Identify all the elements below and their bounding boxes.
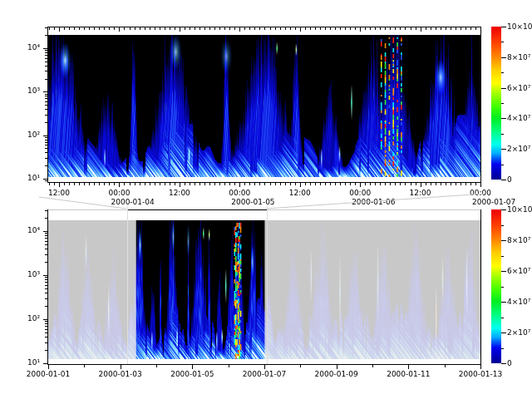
x-major-tick bbox=[180, 183, 180, 187]
x-minor-tick-top bbox=[350, 27, 351, 30]
x-minor-tick bbox=[234, 183, 235, 185]
x-minor-tick bbox=[74, 183, 75, 185]
x-minor-tick-top bbox=[310, 27, 311, 30]
x-minor-tick-top bbox=[104, 27, 105, 30]
colorbar-tick-label: 10×10⁷ bbox=[507, 205, 532, 214]
y-major-tick bbox=[43, 48, 47, 49]
x-minor-tick-top bbox=[446, 27, 446, 30]
detail-spectrogram-canvas[interactable] bbox=[48, 35, 480, 177]
y-tick-label: 10⁴ bbox=[12, 43, 40, 52]
y-minor-tick bbox=[45, 285, 47, 286]
x-minor-tick bbox=[54, 183, 55, 185]
x-major-tick bbox=[421, 183, 421, 187]
x-minor-tick bbox=[124, 183, 125, 185]
x-minor-tick bbox=[340, 183, 341, 185]
x-major-tick bbox=[480, 365, 481, 369]
x-minor-tick bbox=[49, 183, 50, 185]
colorbar-context bbox=[491, 209, 501, 363]
x-major-tick bbox=[192, 365, 193, 369]
colorbar-minor-tick bbox=[501, 256, 504, 257]
x-minor-tick bbox=[431, 183, 431, 185]
x-minor-tick-top bbox=[79, 27, 80, 30]
x-major-tick-top bbox=[239, 27, 240, 32]
x-major-tick-top bbox=[119, 27, 120, 32]
x-minor-tick bbox=[426, 183, 426, 185]
x-minor-tick-top bbox=[411, 27, 411, 30]
x-minor-tick bbox=[214, 183, 215, 185]
x-minor-tick bbox=[280, 183, 281, 185]
colorbar-minor-tick bbox=[501, 165, 504, 165]
y-tick-label: 10³ bbox=[12, 86, 40, 96]
x-minor-tick bbox=[275, 183, 276, 185]
y-minor-tick bbox=[45, 298, 47, 299]
x-minor-tick-top bbox=[416, 27, 416, 30]
x-minor-tick-top bbox=[109, 27, 110, 30]
x-major-tick-top bbox=[300, 27, 301, 32]
x-minor-tick bbox=[229, 183, 230, 185]
x-minor-tick bbox=[372, 365, 373, 367]
colorbar-tick-label: 8×10⁷ bbox=[507, 236, 530, 245]
x-minor-tick-top bbox=[275, 27, 276, 30]
y-minor-tick bbox=[45, 337, 47, 337]
x-tick-label: 2000-01-05 bbox=[170, 370, 214, 379]
x-minor-tick bbox=[470, 183, 471, 185]
x-minor-tick-top bbox=[175, 27, 175, 30]
x-minor-tick-top bbox=[204, 27, 205, 30]
x-minor-tick bbox=[200, 183, 200, 185]
x-minor-tick-top bbox=[219, 27, 220, 30]
selection-left-edge[interactable] bbox=[127, 206, 128, 364]
x-tick-label: 00:00 bbox=[349, 189, 371, 198]
x-minor-tick bbox=[160, 183, 160, 185]
colorbar-tick-label: 10×10⁷ bbox=[507, 22, 532, 32]
x-minor-tick bbox=[475, 183, 476, 185]
x-major-tick-top bbox=[360, 27, 361, 32]
x-minor-tick-top bbox=[69, 27, 70, 30]
y-major-tick bbox=[43, 231, 47, 232]
y-minor-tick bbox=[45, 218, 47, 219]
x-major-tick bbox=[408, 365, 409, 369]
x-minor-tick bbox=[466, 183, 466, 185]
x-major-tick bbox=[239, 183, 240, 187]
y-minor-tick bbox=[45, 332, 47, 333]
y-minor-tick bbox=[45, 277, 47, 278]
x-minor-tick bbox=[295, 183, 296, 185]
selection-right-edge[interactable] bbox=[267, 206, 268, 364]
x-minor-tick-top bbox=[305, 27, 306, 30]
x-minor-tick-top bbox=[94, 27, 95, 30]
x-minor-tick-top bbox=[405, 27, 406, 30]
y-major-tick bbox=[43, 319, 47, 320]
x-minor-tick bbox=[64, 183, 65, 185]
x-minor-tick bbox=[109, 183, 110, 185]
x-minor-tick-top bbox=[290, 27, 291, 30]
colorbar-tick-label: 0 bbox=[507, 175, 512, 185]
colorbar-major-tick bbox=[501, 118, 506, 119]
y-minor-tick bbox=[45, 62, 47, 62]
x-minor-tick bbox=[185, 183, 185, 185]
x-minor-tick bbox=[94, 183, 95, 185]
y-minor-tick bbox=[45, 109, 47, 110]
colorbar-tick-label: 4×10⁷ bbox=[507, 114, 530, 123]
colorbar-detail bbox=[491, 27, 501, 180]
colorbar-tick-label: 0 bbox=[507, 359, 512, 368]
x-minor-tick bbox=[140, 183, 140, 185]
x-minor-tick bbox=[135, 183, 135, 185]
x-minor-tick-top bbox=[380, 27, 381, 30]
y-tick-label: 10¹ bbox=[12, 174, 40, 183]
x-tick-label: 2000-01-07 bbox=[243, 370, 286, 379]
x-minor-tick bbox=[104, 183, 105, 185]
x-minor-tick bbox=[224, 183, 225, 185]
y-minor-tick bbox=[45, 326, 47, 327]
y-minor-tick bbox=[45, 66, 47, 66]
x-minor-tick bbox=[244, 183, 245, 185]
x-minor-tick bbox=[446, 183, 446, 185]
x-minor-tick-top bbox=[160, 27, 160, 30]
y-minor-tick bbox=[45, 293, 47, 293]
selection-region[interactable] bbox=[127, 206, 267, 364]
x-minor-tick bbox=[405, 183, 406, 185]
x-minor-tick-top bbox=[345, 27, 346, 30]
x-minor-tick bbox=[355, 183, 356, 185]
y-major-tick bbox=[43, 91, 47, 92]
x-minor-tick-top bbox=[99, 27, 100, 30]
x-minor-tick-top bbox=[244, 27, 245, 30]
x-minor-tick bbox=[219, 183, 220, 185]
